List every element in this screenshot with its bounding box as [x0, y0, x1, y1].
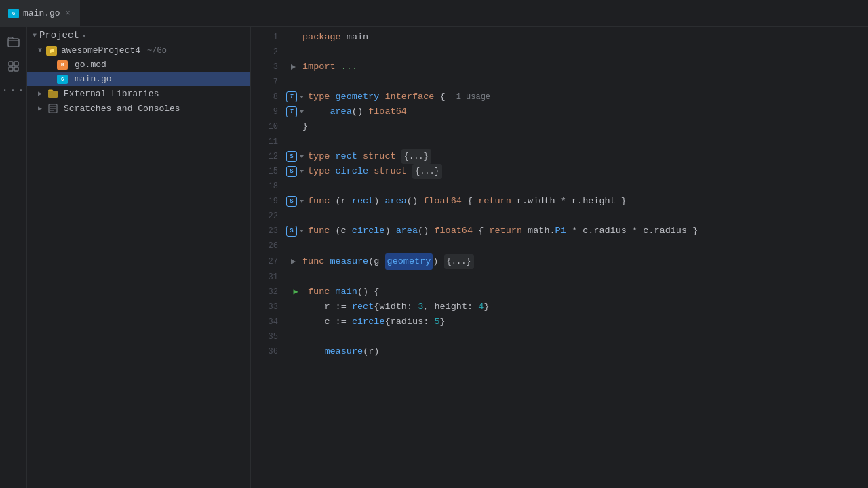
svg-marker-14: [300, 170, 304, 173]
scratches-icon: [47, 103, 58, 114]
structure-icon-btn[interactable]: [4, 57, 23, 76]
func-rect-arrow[interactable]: [298, 198, 305, 205]
code-line-32: 32 ▶ func main() {: [251, 285, 868, 300]
code-line-36: 36 measure(r): [251, 344, 868, 359]
code-line-31: 31: [251, 270, 868, 285]
more-icon-btn[interactable]: ···: [4, 81, 23, 100]
sidebar-icon-strip: ···: [0, 27, 27, 488]
struct-icon-circle: S: [286, 166, 297, 177]
project-header[interactable]: ▼ Project ▾: [27, 27, 250, 43]
code-line-27: 27 func measure(g geometry) {...}: [251, 253, 868, 270]
svg-rect-1: [9, 62, 13, 66]
svg-rect-5: [48, 91, 58, 98]
svg-rect-4: [14, 67, 18, 71]
code-line-7: 7: [251, 75, 868, 89]
project-label: Project: [39, 30, 79, 41]
svg-rect-3: [9, 67, 13, 71]
tree-go-mod[interactable]: M go.mod: [27, 58, 250, 72]
project-path: ~/Go: [147, 46, 167, 56]
code-line-8: 8 I type geometry interface { 1 usage: [251, 89, 868, 104]
interface-icon: I: [286, 92, 297, 102]
svg-marker-13: [300, 155, 304, 158]
code-line-26: 26: [251, 239, 868, 253]
tree-project-root[interactable]: ▼ 📁 awesomeProject4 ~/Go: [27, 43, 250, 58]
ext-libs-folder-icon: [47, 88, 58, 99]
folder-icon-btn[interactable]: [4, 33, 23, 52]
project-name: awesomeProject4: [61, 45, 140, 56]
external-libs-label: External Libraries: [64, 89, 159, 99]
code-line-19: 19 S func (r rect) area() float64 { retu…: [251, 194, 868, 209]
struct-icon-func-rect: S: [286, 196, 297, 207]
go-mod-icon: M: [57, 60, 68, 70]
main-go-icon: G: [57, 75, 68, 84]
main-layout: ··· ▼ Project ▾ ▼ 📁 awesomeProject4 ~/Go…: [0, 27, 868, 488]
code-line-2: 2: [251, 45, 868, 60]
tab-label: main.go: [23, 8, 60, 18]
run-main-icon[interactable]: ▶: [290, 287, 301, 298]
method-icon: I: [286, 106, 297, 117]
ext-libs-expand-icon: ▶: [38, 89, 42, 98]
method-arrow-down: [298, 94, 305, 100]
code-line-10: 10 }: [251, 119, 868, 134]
svg-marker-17: [291, 259, 296, 264]
func-circle-arrow[interactable]: [298, 228, 305, 235]
scratches-label: Scratches and Consoles: [64, 104, 180, 114]
tree-main-go[interactable]: G main.go: [27, 72, 250, 86]
svg-rect-0: [8, 39, 19, 47]
sidebar-content: ▼ Project ▾ ▼ 📁 awesomeProject4 ~/Go M g…: [27, 27, 250, 488]
main-go-label: main.go: [75, 74, 112, 84]
project-chevron-down-icon: ▼: [33, 32, 37, 39]
code-line-22: 22: [251, 209, 868, 224]
code-line-12: 12 S type rect struct {...}: [251, 149, 868, 164]
project-dropdown-icon[interactable]: ▾: [82, 31, 87, 40]
project-folder-icon: 📁: [46, 46, 57, 56]
method-arrow2: [298, 108, 305, 115]
struct-icon-func-circle: S: [286, 226, 297, 237]
code-editor[interactable]: 1 package main 2 3 import ... 7 8: [251, 27, 868, 488]
struct-icon-rect: S: [286, 151, 297, 162]
sidebar: ▼ Project ▾ ▼ 📁 awesomeProject4 ~/Go M g…: [0, 27, 251, 488]
code-line-1: 1 package main: [251, 30, 868, 45]
tab-bar: G main.go ×: [0, 0, 868, 27]
code-line-23: 23 S func (c circle) area() float64 { re…: [251, 224, 868, 239]
code-line-3: 3 import ...: [251, 60, 868, 75]
scratches-expand-icon: ▶: [38, 104, 42, 113]
struct-arrow-rect[interactable]: [298, 153, 305, 160]
project-expand-icon: ▼: [38, 47, 42, 54]
svg-marker-12: [300, 110, 304, 113]
code-line-33: 33 r := rect{width: 3, height: 4}: [251, 300, 868, 314]
code-line-35: 35: [251, 329, 868, 344]
tab-close-button[interactable]: ×: [64, 7, 72, 20]
svg-marker-10: [291, 64, 296, 70]
svg-rect-2: [14, 62, 18, 66]
svg-marker-15: [300, 200, 304, 203]
tree-external-libs[interactable]: ▶ External Libraries: [27, 86, 250, 101]
code-line-34: 34 c := circle{radius: 5}: [251, 314, 868, 329]
struct-arrow-circle[interactable]: [298, 168, 305, 175]
code-line-18: 18: [251, 179, 868, 194]
code-line-11: 11: [251, 134, 868, 149]
code-line-9: 9 I area() float64: [251, 104, 868, 119]
go-mod-label: go.mod: [75, 60, 106, 70]
svg-marker-11: [300, 96, 304, 98]
go-file-tab-icon: G: [8, 9, 19, 18]
tree-scratches[interactable]: ▶ Scratches and Consoles: [27, 101, 250, 116]
code-line-15: 15 S type circle struct {...}: [251, 164, 868, 179]
svg-marker-16: [300, 230, 304, 232]
main-go-tab[interactable]: G main.go ×: [0, 0, 81, 26]
